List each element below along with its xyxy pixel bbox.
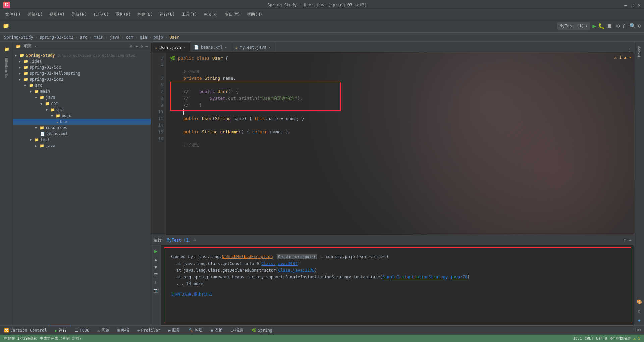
code-content[interactable]: 🌿 public class User { 5 个用法 private Stri… [166,52,634,235]
editor-more-btn[interactable]: ⋮ [624,47,634,52]
run-down-btn[interactable]: ▼ [155,265,157,270]
search-button[interactable]: 🔍 [629,23,636,29]
panel-collapse-btn[interactable]: ≡ [135,44,138,49]
menu-edit[interactable]: 编辑(E) [25,11,46,18]
sidebar-bookmarks-btn[interactable]: Bookmarks [4,64,9,74]
class-java-2178-link[interactable]: Class.java:2178 [278,268,314,273]
menu-refactor[interactable]: 重构(R) [113,11,133,18]
tree-qia[interactable]: ▼ 📁 qia [13,107,151,113]
close-button[interactable]: ✕ [638,2,641,8]
tree-test[interactable]: ▼ 📁 test [13,137,151,143]
status-charset[interactable]: UTF-8 [596,336,607,341]
run-camera-btn[interactable]: 📷 [153,288,159,293]
run-panel: 运行: MyTest (1) ✕ ⚙ — ▶ ▲ ▼ ☰ ⬇ [151,235,634,325]
menu-file[interactable]: 文件(F) [3,11,23,18]
help-button[interactable]: ? [622,23,625,29]
menu-help[interactable]: 帮助(H) [244,11,265,18]
run-config-selector[interactable]: MyTest (1) ▾ [557,22,590,30]
breadcrumb-main[interactable]: main [94,35,103,40]
tab-beans-close[interactable]: ✕ [225,45,227,50]
run-config-name[interactable]: MyTest (1) [167,238,191,243]
tree-main[interactable]: ▼ 📁 main [13,88,151,94]
tree-com[interactable]: ▼ 📁 com [13,100,151,107]
menu-tools[interactable]: 工具(T) [179,11,200,18]
tree-spring02-label: spring-02-hellospring [30,71,80,76]
panel-minimize-btn[interactable]: — [146,44,148,49]
tree-beans-xml[interactable]: 📄 beans.xml [13,131,151,137]
breadcrumb-spring-03-ioc2[interactable]: spring-03-ioc2 [40,35,73,40]
run-button[interactable]: ▶ [592,22,596,29]
bottom-tab-build[interactable]: 🔨 构建 [184,326,207,335]
right-icon-3[interactable]: ◈ [637,316,642,324]
menu-run[interactable]: 运行(U) [157,11,178,18]
more-button[interactable]: ⚙ [638,23,641,29]
run-scroll-btn[interactable]: ⬇ [155,280,157,285]
bottom-tab-run[interactable]: ▶ 运行 [51,326,70,335]
bottom-tab-problems[interactable]: ⚠ 问题 [94,326,113,335]
bottom-tab-endpoints[interactable]: ⬡ 端点 [226,326,247,335]
right-icon-1[interactable]: 🎨 [635,298,643,306]
tab-user-close[interactable]: ✕ [183,45,185,50]
tree-idea[interactable]: ▶ 📁 .idea [13,58,151,64]
run-tab-close[interactable]: ✕ [194,238,196,243]
panel-dropdown[interactable]: ▾ [35,44,37,48]
tab-mytest-close[interactable]: ✕ [268,45,271,50]
run-green-play[interactable]: ▶ [154,248,158,254]
right-icon-2[interactable]: ⚙ [637,307,642,315]
tab-user-icon: ☕ [155,45,157,50]
menu-window[interactable]: 窗口(W) [222,11,243,18]
menu-build[interactable]: 构建(B) [135,11,156,18]
bottom-tab-todo[interactable]: ☰ TODO [71,326,94,335]
breadcrumb-pojo[interactable]: pojo [153,35,163,40]
tree-root[interactable]: ▼ 📁 Spring-Study D:\project\idea project… [13,52,151,58]
tree-spring01[interactable]: ▶ 📁 spring-01-ioc [13,64,151,70]
nosuchmethodexception-link[interactable]: NoSuchMethodException [222,254,273,259]
menu-view[interactable]: 视图(V) [47,11,67,18]
tab-user-java[interactable]: ☕ User.java ✕ [151,43,190,52]
tree-test-java[interactable]: ▶ 📁 java [13,143,151,149]
tab-mytest-java[interactable]: ☕ MyTest.java ✕ [231,43,275,52]
breadcrumb-spring-study[interactable]: Spring-Study [4,35,33,40]
bottom-tab-services[interactable]: ▶ 服务 [164,326,184,335]
run-minimize-icon[interactable]: — [629,238,631,243]
breadcrumb-java[interactable]: java [110,35,119,40]
minimize-button[interactable]: — [624,2,627,8]
run-filter-btn[interactable]: ☰ [154,272,158,277]
tree-java[interactable]: ▼ 📁 java [13,94,151,100]
menu-navigate[interactable]: 导航(N) [69,11,90,18]
strategy-java-link[interactable]: SimpleInstantiationStrategy.java:78 [382,275,467,279]
debug-button[interactable]: 🐛 [598,23,605,29]
tree-spring02[interactable]: ▶ 📁 spring-02-hellospring [13,70,151,76]
breadcrumb-qia[interactable]: qia [140,35,147,40]
bottom-tab-version-control[interactable]: 🔀 Version Control [0,326,51,335]
menu-vcs[interactable]: VCS(S) [201,12,221,18]
maximize-button[interactable]: □ [631,2,634,8]
tree-src[interactable]: ▼ 📁 src [13,82,151,88]
maven-tab[interactable]: Maven [636,43,642,59]
breadcrumb-user[interactable]: User [170,35,179,40]
panel-settings-btn[interactable]: ⚙ [141,44,143,49]
tree-resources[interactable]: ▼ 📁 resources [13,125,151,131]
run-settings-icon[interactable]: ⚙ [624,238,626,243]
right-sidebar: Maven 🎨 ⚙ ◈ [634,42,644,325]
bottom-tab-spring[interactable]: 🌿 Spring [247,326,276,335]
tree-user[interactable]: ☕ User [13,119,151,125]
class-java-3082-link[interactable]: Class.java:3082 [261,261,298,266]
breadcrumb-com[interactable]: com [126,35,133,40]
create-breakpoint-btn[interactable]: Create breakpoint [277,254,317,259]
stop-button[interactable]: ⏹ [607,23,612,29]
bottom-tab-terminal[interactable]: ▣ 终端 [113,326,133,335]
tree-spring03[interactable]: ▼ 📁 spring-03-ioc2 [13,76,151,82]
code-editor[interactable]: 3 4 - 5 6 7 8 9 10 11 14 15 18 [151,52,634,235]
sidebar-project-btn[interactable]: 📁 [1,44,12,54]
menu-code[interactable]: 代码(C) [91,11,112,18]
tree-pojo[interactable]: ▼ 📁 pojo [13,113,151,119]
tab-beans-xml[interactable]: 📄 beans.xml ✕ [190,43,231,52]
status-indent[interactable]: 4个空格缩进 [610,336,631,341]
bottom-tab-dependencies[interactable]: ◉ 依赖 [207,326,226,335]
panel-add-btn[interactable]: ⊕ [130,44,132,49]
breadcrumb-src[interactable]: src [80,35,87,40]
settings-button[interactable]: ⚙ [616,23,620,29]
bottom-tab-profiler[interactable]: ◈ Profiler [133,326,164,335]
run-up-btn[interactable]: ▲ [155,257,157,262]
